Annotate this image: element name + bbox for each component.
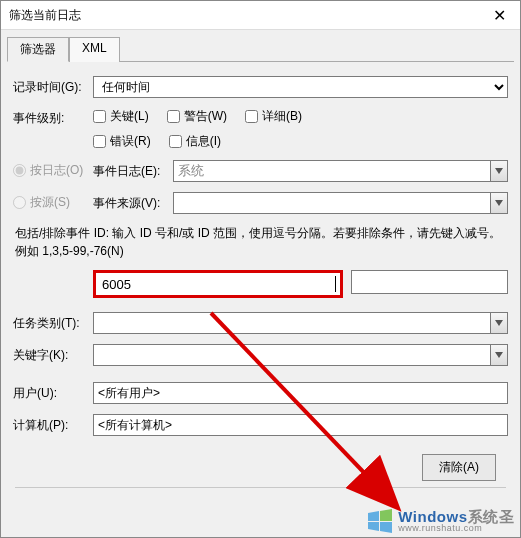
- windows-logo-icon: [366, 509, 394, 533]
- chevron-down-icon: [495, 320, 503, 326]
- chk-warning[interactable]: 警告(W): [167, 108, 227, 125]
- label-computer: 计算机(P):: [13, 417, 93, 434]
- row-bysource: 按源(S) 事件来源(V):: [13, 192, 508, 214]
- tab-strip: 筛选器 XML: [7, 36, 514, 62]
- row-computer: 计算机(P):: [13, 414, 508, 436]
- tab-xml[interactable]: XML: [69, 37, 120, 62]
- close-icon[interactable]: ✕: [487, 6, 512, 25]
- label-level: 事件级别:: [13, 108, 93, 127]
- tab-xml-label: XML: [82, 41, 107, 55]
- titlebar: 筛选当前日志 ✕: [1, 1, 520, 30]
- radio-bylog-label: 按日志(O): [30, 162, 83, 179]
- row-bylog: 按日志(O) 事件日志(E):: [13, 160, 508, 182]
- radio-bysource[interactable]: 按源(S): [13, 194, 70, 211]
- form-area: 记录时间(G): 任何时间 事件级别: 关键(L): [1, 62, 520, 488]
- eventlog-input[interactable]: [173, 160, 490, 182]
- watermark: Windows系统圣 www.runshatu.com: [366, 509, 514, 533]
- row-keywords: 关键字(K):: [13, 344, 508, 366]
- chevron-down-icon: [495, 168, 503, 174]
- event-id-extra-box[interactable]: [351, 270, 508, 294]
- tab-filter[interactable]: 筛选器: [7, 37, 69, 62]
- level-grid: 关键(L) 警告(W) 详细(B): [93, 108, 320, 150]
- chevron-down-icon: [495, 352, 503, 358]
- text-cursor: [335, 276, 336, 292]
- chk-info-box[interactable]: [169, 135, 182, 148]
- watermark-main: Windows系统圣: [398, 509, 514, 524]
- keywords-combo[interactable]: [93, 344, 508, 366]
- user-input[interactable]: [93, 382, 508, 404]
- eventlog-dropdown-btn[interactable]: [490, 160, 508, 182]
- divider: [15, 487, 506, 488]
- footer-buttons: 清除(A): [13, 446, 508, 481]
- chk-critical-label: 关键(L): [110, 108, 149, 125]
- id-help-text: 包括/排除事件 ID: 输入 ID 号和/或 ID 范围，使用逗号分隔。若要排除…: [15, 224, 506, 260]
- row-event-id: [13, 270, 508, 298]
- event-id-input-wrap[interactable]: [93, 270, 343, 298]
- clear-button[interactable]: 清除(A): [422, 454, 496, 481]
- taskcat-input[interactable]: [93, 312, 490, 334]
- chk-error-box[interactable]: [93, 135, 106, 148]
- window-title: 筛选当前日志: [9, 7, 81, 24]
- taskcat-combo[interactable]: [93, 312, 508, 334]
- eventsource-dropdown-btn[interactable]: [490, 192, 508, 214]
- label-keywords: 关键字(K):: [13, 347, 93, 364]
- keywords-dropdown-btn[interactable]: [490, 344, 508, 366]
- tab-filter-label: 筛选器: [20, 42, 56, 56]
- chk-error-label: 错误(R): [110, 133, 151, 150]
- taskcat-dropdown-btn[interactable]: [490, 312, 508, 334]
- eventsource-input[interactable]: [173, 192, 490, 214]
- chk-verbose-box[interactable]: [245, 110, 258, 123]
- chk-verbose[interactable]: 详细(B): [245, 108, 302, 125]
- label-eventlog: 事件日志(E):: [93, 163, 167, 180]
- eventlog-combo[interactable]: [173, 160, 508, 182]
- chk-critical[interactable]: 关键(L): [93, 108, 149, 125]
- label-eventsource: 事件来源(V):: [93, 195, 167, 212]
- chk-info-label: 信息(I): [186, 133, 221, 150]
- radio-bysource-input[interactable]: [13, 196, 26, 209]
- logged-select[interactable]: 任何时间: [93, 76, 508, 98]
- row-level: 事件级别: 关键(L) 警告(W) 详细(: [13, 108, 508, 150]
- chk-verbose-label: 详细(B): [262, 108, 302, 125]
- chevron-down-icon: [495, 200, 503, 206]
- label-taskcat: 任务类别(T):: [13, 315, 93, 332]
- label-user: 用户(U):: [13, 385, 93, 402]
- radio-bylog[interactable]: 按日志(O): [13, 162, 83, 179]
- chk-info[interactable]: 信息(I): [169, 133, 221, 150]
- dialog-window: 筛选当前日志 ✕ 筛选器 XML 记录时间(G): 任何时间 事件级别:: [0, 0, 521, 538]
- chk-warning-box[interactable]: [167, 110, 180, 123]
- radio-bysource-label: 按源(S): [30, 194, 70, 211]
- row-taskcat: 任务类别(T):: [13, 312, 508, 334]
- watermark-sub: www.runshatu.com: [398, 524, 514, 533]
- row-user: 用户(U):: [13, 382, 508, 404]
- chk-warning-label: 警告(W): [184, 108, 227, 125]
- clear-button-label: 清除(A): [439, 460, 479, 474]
- label-logged: 记录时间(G):: [13, 79, 93, 96]
- chk-critical-box[interactable]: [93, 110, 106, 123]
- radio-bylog-input[interactable]: [13, 164, 26, 177]
- eventsource-combo[interactable]: [173, 192, 508, 214]
- keywords-input[interactable]: [93, 344, 490, 366]
- computer-input[interactable]: [93, 414, 508, 436]
- chk-error[interactable]: 错误(R): [93, 133, 151, 150]
- event-id-input[interactable]: [100, 276, 336, 293]
- row-logged: 记录时间(G): 任何时间: [13, 76, 508, 98]
